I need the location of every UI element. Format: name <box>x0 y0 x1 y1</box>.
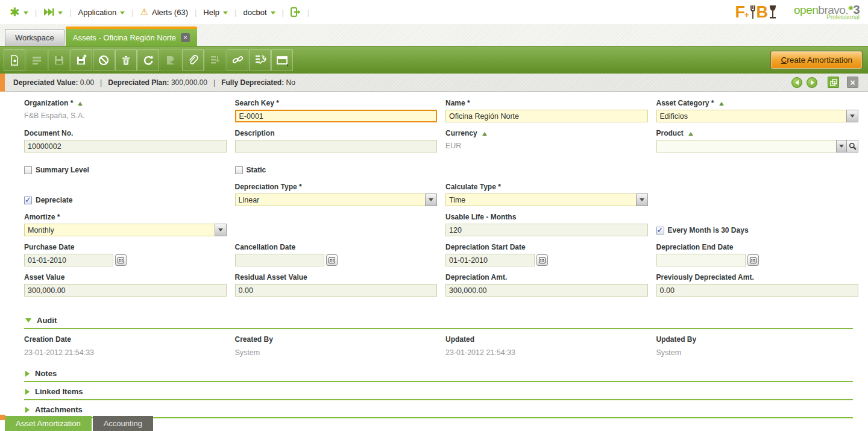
document-no-label: Document No. <box>24 129 227 137</box>
calculate-type-input[interactable] <box>445 193 636 206</box>
calculate-type-dropdown-button[interactable] <box>636 193 648 206</box>
help-menu[interactable]: Help <box>201 8 230 17</box>
depreciation-end-date-input[interactable] <box>656 254 746 266</box>
asset-category-dropdown-button[interactable] <box>846 110 858 122</box>
tab-asset-amortization[interactable]: Asset Amortization <box>5 416 92 431</box>
field-updated: Updated 23-01-2012 21:54:33 <box>445 335 648 357</box>
amortize-dropdown-button[interactable] <box>215 224 227 236</box>
field-static: Static <box>235 166 438 174</box>
previous-record-button[interactable] <box>791 77 802 88</box>
usable-life-months-label: Usable Life - Months <box>445 213 648 221</box>
notes-section-header[interactable]: Notes <box>25 365 853 378</box>
delete-button[interactable] <box>115 49 137 71</box>
creation-date-value: 23-01-2012 21:54:33 <box>24 348 227 357</box>
tab-close-button[interactable]: × <box>181 33 190 42</box>
refresh-button[interactable] <box>137 49 159 71</box>
section-divider <box>24 399 853 400</box>
asset-category-input[interactable] <box>656 110 847 122</box>
depreciation-start-date-calendar-button[interactable] <box>536 254 548 266</box>
attachments-section-header[interactable]: Attachments <box>25 401 853 414</box>
tab-workspace[interactable]: Workspace <box>5 29 64 46</box>
save-button <box>48 49 70 71</box>
field-summary-level: Summary Level <box>24 166 227 174</box>
fnb-logo-b: B <box>756 5 769 19</box>
divider: | <box>234 8 236 17</box>
create-amortization-shortcut: C <box>781 55 787 64</box>
depreciate-checkbox[interactable] <box>24 197 32 204</box>
save-and-close-button[interactable] <box>71 49 92 71</box>
quick-launch-menu[interactable] <box>41 8 65 16</box>
cancellation-date-calendar-button[interactable] <box>326 254 338 266</box>
creation-date-label: Creation Date <box>24 335 227 344</box>
create-amortization-button[interactable]: Create Amortization <box>771 51 862 69</box>
purchase-date-calendar-button[interactable] <box>115 254 127 266</box>
field-product: Product <box>656 129 859 153</box>
product-search-button[interactable] <box>847 140 858 153</box>
user-label: docbot <box>244 8 267 17</box>
audit-trail-button <box>204 49 226 71</box>
export-button <box>160 49 181 71</box>
audit-section-header[interactable]: Audit <box>25 312 853 325</box>
active-window-edge <box>0 74 5 92</box>
link-icon[interactable] <box>480 130 486 136</box>
residual-asset-value-input[interactable] <box>235 284 438 297</box>
description-input[interactable] <box>235 140 438 153</box>
field-depreciation-amt: Depreciation Amt. <box>445 273 648 297</box>
link-icon[interactable] <box>717 100 723 106</box>
tab-assets[interactable]: Assets - Oficina Región Norte × <box>66 27 197 46</box>
calendar-icon <box>539 257 546 263</box>
divider: | <box>100 78 102 87</box>
depreciation-end-date-calendar-button[interactable] <box>747 254 759 266</box>
previously-depreciated-amt-input[interactable] <box>656 284 859 297</box>
grid-form-toggle-button[interactable] <box>271 49 293 71</box>
linked-items-section-header[interactable]: Linked Items <box>25 383 853 396</box>
depreciation-type-input[interactable] <box>235 193 426 206</box>
chevron-down-icon <box>850 115 855 118</box>
amortize-input[interactable] <box>24 224 215 236</box>
user-menu[interactable]: docbot <box>241 8 278 17</box>
search-key-input[interactable] <box>235 110 438 122</box>
close-record-button[interactable]: × <box>847 77 858 88</box>
field-usable-life-months: Usable Life - Months <box>445 213 648 236</box>
application-menu-label: Application <box>78 8 117 17</box>
depreciation-start-date-input[interactable] <box>445 254 535 266</box>
create-new-menu[interactable]: ✱ <box>7 6 31 18</box>
product-input[interactable] <box>656 140 836 153</box>
product-dropdown-button[interactable] <box>836 140 848 153</box>
description-label: Description <box>235 129 438 137</box>
usable-life-months-input[interactable] <box>445 224 648 236</box>
attachments-button[interactable] <box>182 49 204 71</box>
maximize-button[interactable] <box>828 77 839 88</box>
document-no-input[interactable] <box>24 140 227 153</box>
wine-glass-icon <box>769 5 777 19</box>
summary-level-checkbox[interactable] <box>24 166 32 174</box>
tab-accounting[interactable]: Accounting <box>93 416 153 431</box>
undo-button[interactable] <box>93 49 115 71</box>
cancellation-date-input[interactable] <box>235 254 324 266</box>
audit-section-title: Audit <box>37 316 57 325</box>
purchase-date-input[interactable] <box>24 254 113 266</box>
every-month-30-checkbox[interactable] <box>656 227 664 234</box>
maximize-icon <box>830 79 837 86</box>
depreciation-amt-input[interactable] <box>445 284 648 297</box>
link-icon[interactable] <box>686 130 692 136</box>
field-updated-by: Updated By System <box>656 335 859 357</box>
link-button[interactable] <box>227 49 248 71</box>
field-depreciate: Depreciate <box>24 196 227 206</box>
new-record-button[interactable] <box>4 49 25 71</box>
static-checkbox[interactable] <box>235 166 243 174</box>
name-input[interactable] <box>445 110 648 122</box>
depreciation-type-dropdown-button[interactable] <box>425 193 437 206</box>
next-record-button[interactable] <box>807 77 817 88</box>
alerts-menu[interactable]: ⚠ Alerts (63) <box>138 7 190 17</box>
asset-value-input[interactable] <box>24 284 227 297</box>
fast-forward-icon <box>43 8 54 16</box>
updated-label: Updated <box>445 335 648 344</box>
tools-button[interactable] <box>249 49 271 71</box>
header-logos: F + B openbravo.◉3 Professional <box>735 4 860 20</box>
link-icon[interactable] <box>75 100 81 106</box>
application-menu[interactable]: Application <box>76 8 128 17</box>
field-creation-date: Creation Date 23-01-2012 21:54:33 <box>24 335 227 357</box>
logout-button[interactable] <box>288 7 303 17</box>
resize-handle[interactable] <box>0 415 5 420</box>
